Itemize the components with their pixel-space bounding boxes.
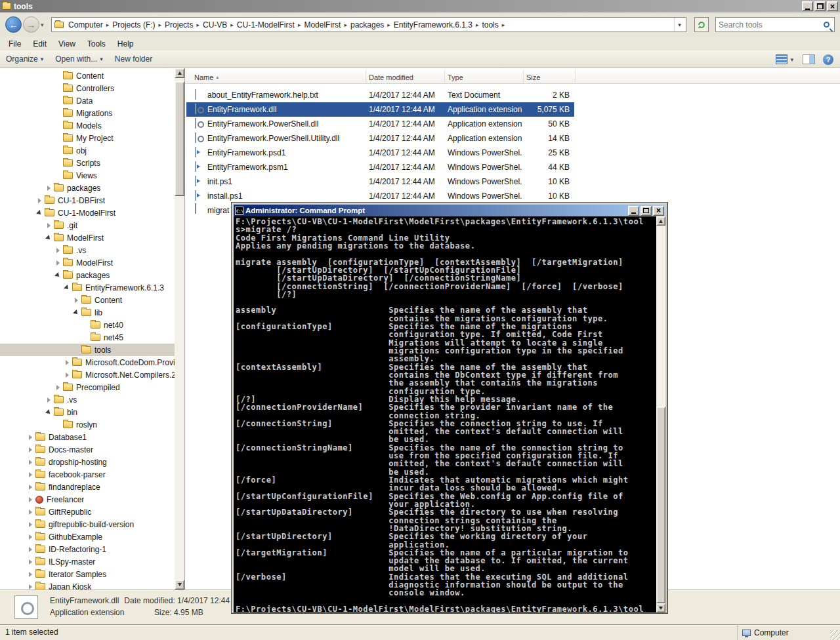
back-button[interactable]: ← <box>5 16 22 33</box>
tree-item-views[interactable]: Views <box>0 169 175 182</box>
breadcrumb-item-projects[interactable]: Projects <box>163 19 195 31</box>
tree-item-bin[interactable]: bin <box>0 406 175 418</box>
file-row-about-entityframework-help-txt[interactable]: about_EntityFramework.help.txt1/4/2017 1… <box>185 88 840 102</box>
tree-item-obj[interactable]: obj <box>0 144 175 157</box>
menu-edit[interactable]: Edit <box>27 38 52 50</box>
menu-view[interactable]: View <box>52 38 81 50</box>
tree-expanded-icon[interactable] <box>45 410 52 414</box>
help-button[interactable]: ? <box>823 54 833 65</box>
column-header-type[interactable]: Type <box>445 70 524 84</box>
tree-item-giftrepublic[interactable]: GiftRepublic <box>0 506 175 518</box>
search-input[interactable]: Search tools <box>715 17 835 32</box>
tree-item-packages[interactable]: packages <box>0 269 175 281</box>
tree-collapsed-icon[interactable] <box>26 559 34 565</box>
breadcrumb-item-computer[interactable]: Computer <box>66 19 105 31</box>
cmd-terminal[interactable]: F:\Projects\CU-VB\CU-1-ModelFirst\ModelF… <box>234 216 665 612</box>
tree-collapsed-icon[interactable] <box>26 534 34 540</box>
tree-collapsed-icon[interactable] <box>26 485 34 490</box>
tree-collapsed-icon[interactable] <box>26 522 34 527</box>
tree-expanded-icon[interactable] <box>45 236 52 240</box>
tree-item-database1[interactable]: Database1 <box>0 431 175 443</box>
file-row-entityframework-powershell-dll[interactable]: EntityFramework.PowerShell.dll1/4/2017 1… <box>185 117 840 131</box>
tree-item-findandreplace[interactable]: findandreplace <box>0 481 175 493</box>
tree-expanded-icon[interactable] <box>72 311 80 315</box>
open-with-button[interactable]: Open with... ▾ <box>49 52 109 66</box>
tree-item-lib[interactable]: lib <box>0 306 175 319</box>
tree-collapsed-icon[interactable] <box>26 510 34 515</box>
tree-item-scripts[interactable]: Scripts <box>0 157 175 169</box>
column-header-size[interactable]: Size <box>524 70 576 84</box>
file-row-entityframework-psm1[interactable]: EntityFramework.psm11/4/2017 12:44 AMWin… <box>185 160 840 174</box>
tree-item-roslyn[interactable]: roslyn <box>0 418 175 431</box>
address-dropdown-icon[interactable]: ▾ <box>674 18 684 31</box>
tree-item-precompiled[interactable]: Precompiled <box>0 381 175 393</box>
refresh-button[interactable] <box>694 17 709 32</box>
tree-collapsed-icon[interactable] <box>26 497 34 502</box>
tree-collapsed-icon[interactable] <box>26 447 34 452</box>
tree-collapsed-icon[interactable] <box>26 435 34 440</box>
preview-pane-button[interactable] <box>803 54 815 64</box>
tree-item-microsoft-codedom-providers[interactable]: Microsoft.CodeDom.Providers. <box>0 356 175 369</box>
tree-item-net45[interactable]: net45 <box>0 331 175 344</box>
tree-item-microsoft-net-compilers-2-1-0[interactable]: Microsoft.Net.Compilers.2.1.0 <box>0 369 175 381</box>
tree-item-docs-master[interactable]: Docs-master <box>0 443 175 456</box>
tree-collapsed-icon[interactable] <box>45 397 52 403</box>
tree-collapsed-icon[interactable] <box>26 460 34 465</box>
tree-collapsed-icon[interactable] <box>26 547 34 552</box>
tree-collapsed-icon[interactable] <box>45 223 52 228</box>
menu-help[interactable]: Help <box>112 38 140 50</box>
tree-collapsed-icon[interactable] <box>54 385 62 390</box>
tree-item-ilspy-master[interactable]: ILSpy-master <box>0 555 175 568</box>
tree-item-content[interactable]: Content <box>0 70 175 82</box>
tree-item-entityframework-6-1-3[interactable]: EntityFramework.6.1.3 <box>0 281 175 294</box>
tree-collapsed-icon[interactable] <box>45 186 52 191</box>
tree-item-vs[interactable]: .vs <box>0 393 175 406</box>
tree-item-tools[interactable]: tools <box>0 344 175 356</box>
scroll-down-button[interactable] <box>175 580 184 590</box>
file-row-entityframework-psd1[interactable]: EntityFramework.psd11/4/2017 12:44 AMWin… <box>185 146 840 160</box>
tree-collapsed-icon[interactable] <box>35 198 43 203</box>
cmd-titlebar[interactable]: C:\ Administrator: Command Prompt × <box>234 205 665 216</box>
file-row-install-ps1[interactable]: install.ps11/4/2017 12:44 AMWindows Powe… <box>185 189 840 203</box>
tree-item-git[interactable]: .git <box>0 219 175 231</box>
search-icon[interactable] <box>824 22 830 28</box>
tree-item-data[interactable]: Data <box>0 94 175 107</box>
tree-item-iterator-samples[interactable]: Iterator Samples <box>0 568 175 580</box>
breadcrumb-item-cu-vb[interactable]: CU-VB <box>201 19 229 31</box>
restore-button[interactable] <box>814 1 826 11</box>
tree-item-modelfirst[interactable]: ModelFirst <box>0 231 175 244</box>
tree-item-cu-1-dbfirst[interactable]: CU-1-DBFirst <box>0 194 175 207</box>
tree-collapsed-icon[interactable] <box>26 572 34 577</box>
organize-button[interactable]: Organize ▾ <box>0 52 49 66</box>
file-row-entityframework-dll[interactable]: EntityFramework.dll1/4/2017 12:44 AMAppl… <box>185 102 840 117</box>
breadcrumb-item-entityframework-6-1-3[interactable]: EntityFramework.6.1.3 <box>392 19 474 31</box>
new-folder-button[interactable]: New folder <box>109 52 158 66</box>
forward-button[interactable]: → <box>23 16 39 33</box>
resize-grip[interactable] <box>830 630 840 640</box>
cmd-window[interactable]: C:\ Administrator: Command Prompt × F:\P… <box>231 202 668 614</box>
tree-item-my-project[interactable]: My Project <box>0 132 175 144</box>
change-view-button[interactable]: ▾ <box>774 53 795 66</box>
breadcrumb[interactable]: Computer▸Projects (F:)▸Projects▸CU-VB▸CU… <box>51 17 686 32</box>
tree-item-net40[interactable]: net40 <box>0 319 175 331</box>
tree-item-content[interactable]: Content <box>0 294 175 306</box>
cmd-close-button[interactable]: × <box>653 206 664 216</box>
tree-expanded-icon[interactable] <box>63 286 71 290</box>
tree-scrollbar[interactable] <box>175 68 184 590</box>
tree-item-githubexample[interactable]: GithubExample <box>0 530 175 543</box>
column-header-date-modified[interactable]: Date modified <box>366 70 445 84</box>
tree-collapsed-icon[interactable] <box>54 248 62 253</box>
tree-collapsed-icon[interactable] <box>63 360 71 365</box>
tree-item-modelfirst[interactable]: ModelFirst <box>0 256 175 269</box>
scroll-down-button[interactable] <box>656 603 665 612</box>
tree-item-japan-kiosk[interactable]: Japan Kiosk <box>0 580 175 590</box>
breadcrumb-item-tools[interactable]: tools <box>480 19 500 31</box>
scrollbar-thumb[interactable] <box>175 81 184 196</box>
file-row-init-ps1[interactable]: init.ps11/4/2017 12:44 AMWindows PowerSh… <box>185 174 840 189</box>
file-row-entityframework-powershell-utility-dll[interactable]: EntityFramework.PowerShell.Utility.dll1/… <box>185 131 840 146</box>
breadcrumb-item-cu-1-modelfirst[interactable]: CU-1-ModelFirst <box>235 19 297 31</box>
cmd-minimize-button[interactable] <box>628 206 639 216</box>
cmd-maximize-button[interactable] <box>640 206 652 216</box>
tree-item-giftrepublic-build-version[interactable]: giftrepublic-build-version <box>0 518 175 530</box>
cmd-scrollbar[interactable] <box>656 216 665 612</box>
